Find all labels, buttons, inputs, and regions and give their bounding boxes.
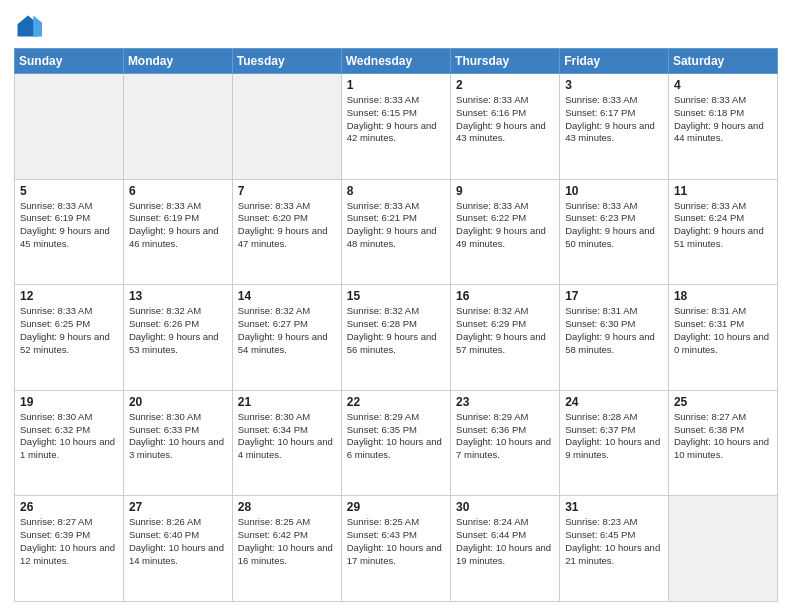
calendar-cell: 24Sunrise: 8:28 AM Sunset: 6:37 PM Dayli… — [560, 390, 669, 496]
header-sunday: Sunday — [15, 49, 124, 74]
day-detail: Sunrise: 8:32 AM Sunset: 6:28 PM Dayligh… — [347, 305, 445, 356]
day-detail: Sunrise: 8:30 AM Sunset: 6:34 PM Dayligh… — [238, 411, 336, 462]
day-number: 5 — [20, 184, 118, 198]
day-detail: Sunrise: 8:29 AM Sunset: 6:35 PM Dayligh… — [347, 411, 445, 462]
day-number: 26 — [20, 500, 118, 514]
day-number: 4 — [674, 78, 772, 92]
week-row-2: 12Sunrise: 8:33 AM Sunset: 6:25 PM Dayli… — [15, 285, 778, 391]
day-number: 24 — [565, 395, 663, 409]
day-number: 19 — [20, 395, 118, 409]
day-number: 6 — [129, 184, 227, 198]
calendar-cell — [668, 496, 777, 602]
day-detail: Sunrise: 8:33 AM Sunset: 6:25 PM Dayligh… — [20, 305, 118, 356]
day-number: 16 — [456, 289, 554, 303]
calendar-cell: 7Sunrise: 8:33 AM Sunset: 6:20 PM Daylig… — [232, 179, 341, 285]
day-detail: Sunrise: 8:33 AM Sunset: 6:24 PM Dayligh… — [674, 200, 772, 251]
day-detail: Sunrise: 8:24 AM Sunset: 6:44 PM Dayligh… — [456, 516, 554, 567]
day-detail: Sunrise: 8:31 AM Sunset: 6:31 PM Dayligh… — [674, 305, 772, 356]
day-number: 27 — [129, 500, 227, 514]
calendar-cell: 4Sunrise: 8:33 AM Sunset: 6:18 PM Daylig… — [668, 74, 777, 180]
day-detail: Sunrise: 8:33 AM Sunset: 6:19 PM Dayligh… — [129, 200, 227, 251]
day-number: 3 — [565, 78, 663, 92]
calendar-cell: 27Sunrise: 8:26 AM Sunset: 6:40 PM Dayli… — [123, 496, 232, 602]
calendar-cell: 19Sunrise: 8:30 AM Sunset: 6:32 PM Dayli… — [15, 390, 124, 496]
day-detail: Sunrise: 8:33 AM Sunset: 6:23 PM Dayligh… — [565, 200, 663, 251]
day-number: 31 — [565, 500, 663, 514]
calendar-cell: 21Sunrise: 8:30 AM Sunset: 6:34 PM Dayli… — [232, 390, 341, 496]
day-number: 17 — [565, 289, 663, 303]
day-detail: Sunrise: 8:25 AM Sunset: 6:42 PM Dayligh… — [238, 516, 336, 567]
calendar-cell: 18Sunrise: 8:31 AM Sunset: 6:31 PM Dayli… — [668, 285, 777, 391]
calendar-cell: 13Sunrise: 8:32 AM Sunset: 6:26 PM Dayli… — [123, 285, 232, 391]
week-row-3: 19Sunrise: 8:30 AM Sunset: 6:32 PM Dayli… — [15, 390, 778, 496]
day-number: 12 — [20, 289, 118, 303]
calendar-cell — [15, 74, 124, 180]
day-number: 22 — [347, 395, 445, 409]
calendar-cell: 16Sunrise: 8:32 AM Sunset: 6:29 PM Dayli… — [451, 285, 560, 391]
day-detail: Sunrise: 8:33 AM Sunset: 6:21 PM Dayligh… — [347, 200, 445, 251]
day-number: 25 — [674, 395, 772, 409]
day-detail: Sunrise: 8:26 AM Sunset: 6:40 PM Dayligh… — [129, 516, 227, 567]
calendar-table: Sunday Monday Tuesday Wednesday Thursday… — [14, 48, 778, 602]
day-detail: Sunrise: 8:32 AM Sunset: 6:26 PM Dayligh… — [129, 305, 227, 356]
calendar-cell: 12Sunrise: 8:33 AM Sunset: 6:25 PM Dayli… — [15, 285, 124, 391]
calendar-cell: 9Sunrise: 8:33 AM Sunset: 6:22 PM Daylig… — [451, 179, 560, 285]
day-detail: Sunrise: 8:30 AM Sunset: 6:33 PM Dayligh… — [129, 411, 227, 462]
week-row-1: 5Sunrise: 8:33 AM Sunset: 6:19 PM Daylig… — [15, 179, 778, 285]
day-number: 11 — [674, 184, 772, 198]
calendar-cell: 20Sunrise: 8:30 AM Sunset: 6:33 PM Dayli… — [123, 390, 232, 496]
day-number: 21 — [238, 395, 336, 409]
day-detail: Sunrise: 8:31 AM Sunset: 6:30 PM Dayligh… — [565, 305, 663, 356]
day-number: 7 — [238, 184, 336, 198]
day-number: 9 — [456, 184, 554, 198]
header — [14, 12, 778, 40]
day-detail: Sunrise: 8:33 AM Sunset: 6:19 PM Dayligh… — [20, 200, 118, 251]
day-number: 23 — [456, 395, 554, 409]
day-detail: Sunrise: 8:33 AM Sunset: 6:16 PM Dayligh… — [456, 94, 554, 145]
calendar-cell: 1Sunrise: 8:33 AM Sunset: 6:15 PM Daylig… — [341, 74, 450, 180]
calendar-cell: 10Sunrise: 8:33 AM Sunset: 6:23 PM Dayli… — [560, 179, 669, 285]
week-row-4: 26Sunrise: 8:27 AM Sunset: 6:39 PM Dayli… — [15, 496, 778, 602]
calendar-cell: 11Sunrise: 8:33 AM Sunset: 6:24 PM Dayli… — [668, 179, 777, 285]
calendar-cell: 26Sunrise: 8:27 AM Sunset: 6:39 PM Dayli… — [15, 496, 124, 602]
calendar-cell: 17Sunrise: 8:31 AM Sunset: 6:30 PM Dayli… — [560, 285, 669, 391]
calendar-cell: 25Sunrise: 8:27 AM Sunset: 6:38 PM Dayli… — [668, 390, 777, 496]
calendar-cell: 28Sunrise: 8:25 AM Sunset: 6:42 PM Dayli… — [232, 496, 341, 602]
week-row-0: 1Sunrise: 8:33 AM Sunset: 6:15 PM Daylig… — [15, 74, 778, 180]
calendar-cell: 29Sunrise: 8:25 AM Sunset: 6:43 PM Dayli… — [341, 496, 450, 602]
calendar-cell: 22Sunrise: 8:29 AM Sunset: 6:35 PM Dayli… — [341, 390, 450, 496]
day-number: 18 — [674, 289, 772, 303]
day-detail: Sunrise: 8:32 AM Sunset: 6:29 PM Dayligh… — [456, 305, 554, 356]
svg-marker-1 — [33, 16, 42, 37]
calendar-cell: 3Sunrise: 8:33 AM Sunset: 6:17 PM Daylig… — [560, 74, 669, 180]
calendar-cell: 5Sunrise: 8:33 AM Sunset: 6:19 PM Daylig… — [15, 179, 124, 285]
calendar-cell: 23Sunrise: 8:29 AM Sunset: 6:36 PM Dayli… — [451, 390, 560, 496]
day-number: 10 — [565, 184, 663, 198]
day-detail: Sunrise: 8:33 AM Sunset: 6:17 PM Dayligh… — [565, 94, 663, 145]
header-tuesday: Tuesday — [232, 49, 341, 74]
day-detail: Sunrise: 8:28 AM Sunset: 6:37 PM Dayligh… — [565, 411, 663, 462]
header-monday: Monday — [123, 49, 232, 74]
calendar-cell — [123, 74, 232, 180]
day-number: 30 — [456, 500, 554, 514]
day-number: 8 — [347, 184, 445, 198]
day-detail: Sunrise: 8:30 AM Sunset: 6:32 PM Dayligh… — [20, 411, 118, 462]
header-friday: Friday — [560, 49, 669, 74]
day-number: 14 — [238, 289, 336, 303]
day-number: 28 — [238, 500, 336, 514]
day-number: 15 — [347, 289, 445, 303]
header-wednesday: Wednesday — [341, 49, 450, 74]
day-detail: Sunrise: 8:33 AM Sunset: 6:18 PM Dayligh… — [674, 94, 772, 145]
day-number: 20 — [129, 395, 227, 409]
day-number: 1 — [347, 78, 445, 92]
calendar-cell: 2Sunrise: 8:33 AM Sunset: 6:16 PM Daylig… — [451, 74, 560, 180]
logo-icon — [14, 12, 42, 40]
day-detail: Sunrise: 8:33 AM Sunset: 6:22 PM Dayligh… — [456, 200, 554, 251]
calendar-header-row: Sunday Monday Tuesday Wednesday Thursday… — [15, 49, 778, 74]
day-detail: Sunrise: 8:23 AM Sunset: 6:45 PM Dayligh… — [565, 516, 663, 567]
header-thursday: Thursday — [451, 49, 560, 74]
day-detail: Sunrise: 8:29 AM Sunset: 6:36 PM Dayligh… — [456, 411, 554, 462]
header-saturday: Saturday — [668, 49, 777, 74]
calendar-cell: 30Sunrise: 8:24 AM Sunset: 6:44 PM Dayli… — [451, 496, 560, 602]
day-number: 2 — [456, 78, 554, 92]
